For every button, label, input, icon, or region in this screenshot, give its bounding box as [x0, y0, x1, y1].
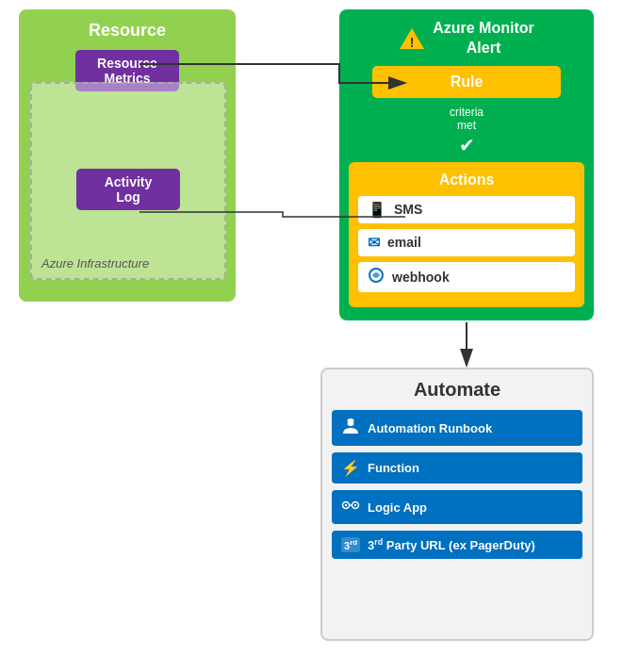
logic-app-icon [341, 497, 360, 517]
function-label: Function [368, 461, 419, 475]
azure-infra-box: Activity Log Azure Infrastructure [30, 82, 226, 280]
checkmark-icon: ✔ [349, 134, 584, 156]
svg-point-10 [354, 504, 356, 506]
activity-log-button[interactable]: Activity Log [76, 169, 180, 210]
sms-icon: 📱 [368, 201, 386, 219]
webhook-label: webhook [392, 270, 450, 285]
webhook-action[interactable]: webhook [358, 262, 575, 292]
email-icon: ✉ [368, 234, 380, 252]
rule-button[interactable]: Rule [372, 66, 561, 98]
monitor-header: ! Azure Monitor Alert [349, 19, 584, 58]
runbook-label: Automation Runbook [368, 421, 492, 435]
logic-app-label: Logic App [368, 500, 427, 515]
azure-infra-label: Azure Infrastructure [41, 256, 149, 270]
alert-triangle-icon: ! [399, 26, 425, 51]
svg-point-5 [353, 420, 357, 424]
third-party-icon: 3rd [341, 537, 360, 552]
actions-title: Actions [358, 172, 575, 188]
email-action[interactable]: ✉ email [358, 229, 575, 256]
svg-point-4 [344, 420, 348, 424]
resource-box: Resource Resource Metrics Activity Log A… [19, 9, 236, 302]
webhook-icon [368, 267, 385, 287]
monitor-title: Azure Monitor Alert [433, 19, 534, 58]
function-item[interactable]: ⚡ Function [332, 452, 582, 484]
monitor-box: ! Azure Monitor Alert Rule criteria met … [339, 9, 594, 320]
third-party-item[interactable]: 3rd 3rd Party URL (ex PagerDuty) [332, 531, 582, 559]
svg-text:!: ! [410, 35, 415, 50]
sms-label: SMS [394, 202, 422, 217]
sms-action[interactable]: 📱 SMS [358, 196, 575, 223]
criteria-label: criteria met [349, 106, 584, 132]
third-party-label: 3rd Party URL (ex PagerDuty) [368, 537, 535, 552]
automate-title: Automate [332, 379, 582, 401]
email-label: email [387, 235, 421, 250]
resource-title: Resource [30, 21, 224, 41]
diagram-container: Resource Resource Metrics Activity Log A… [0, 0, 623, 672]
automate-box: Automate Automation Runbook ⚡ Function [320, 368, 594, 641]
svg-point-9 [345, 504, 347, 506]
runbook-icon [341, 417, 360, 439]
function-icon: ⚡ [341, 459, 360, 477]
actions-box: Actions 📱 SMS ✉ email webhook [349, 162, 584, 307]
logic-app-item[interactable]: Logic App [332, 490, 582, 524]
svg-point-3 [347, 418, 354, 426]
automation-runbook-item[interactable]: Automation Runbook [332, 410, 582, 446]
